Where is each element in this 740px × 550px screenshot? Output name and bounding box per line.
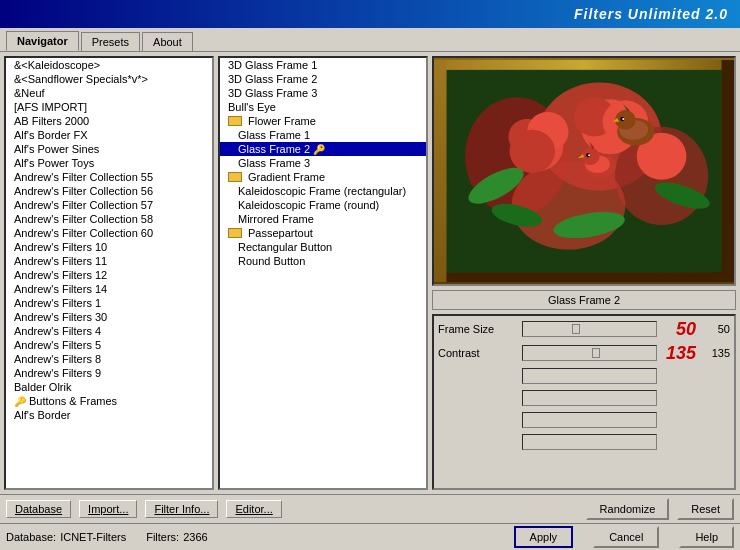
apply-button[interactable]: Apply bbox=[514, 526, 574, 548]
title-bar-text: Filters Unlimited 2.0 bbox=[574, 6, 728, 22]
content-area: &<Kaleidoscope>&<Sandflower Specials*v*>… bbox=[0, 52, 740, 494]
left-list[interactable]: &<Kaleidoscope>&<Sandflower Specials*v*>… bbox=[6, 58, 212, 488]
middle-list-item[interactable]: Round Button bbox=[220, 254, 426, 268]
svg-rect-37 bbox=[434, 58, 734, 60]
param-slider-empty[interactable] bbox=[522, 368, 657, 384]
database-label: Database: bbox=[6, 531, 56, 543]
title-bar: Filters Unlimited 2.0 bbox=[0, 0, 740, 28]
param-slider-empty[interactable] bbox=[522, 434, 657, 450]
filters-value: 2366 bbox=[183, 531, 207, 543]
param-value-normal: 50 bbox=[700, 323, 730, 335]
left-list-item[interactable]: Andrew's Filters 8 bbox=[6, 352, 212, 366]
svg-rect-36 bbox=[722, 58, 734, 284]
cancel-button[interactable]: Cancel bbox=[593, 526, 659, 548]
svg-rect-35 bbox=[434, 58, 446, 284]
middle-list-item[interactable]: Gradient Frame bbox=[220, 170, 426, 184]
left-list-item[interactable]: Andrew's Filters 9 bbox=[6, 366, 212, 380]
main-container: Navigator Presets About &<Kaleidoscope>&… bbox=[0, 28, 740, 550]
middle-panel[interactable]: 3D Glass Frame 13D Glass Frame 23D Glass… bbox=[218, 56, 428, 490]
help-button[interactable]: Help bbox=[679, 526, 734, 548]
left-list-item[interactable]: Balder Olrik bbox=[6, 380, 212, 394]
middle-list-item[interactable]: 3D Glass Frame 1 bbox=[220, 58, 426, 72]
left-list-item[interactable]: &<Kaleidoscope> bbox=[6, 58, 212, 72]
left-list-item[interactable]: Alf's Border FX bbox=[6, 128, 212, 142]
param-row-empty bbox=[438, 434, 730, 450]
left-list-item[interactable]: Alf's Power Sines bbox=[6, 142, 212, 156]
param-slider[interactable] bbox=[522, 321, 657, 337]
param-row: Contrast 135 135 bbox=[438, 344, 730, 362]
param-label: Frame Size bbox=[438, 323, 518, 335]
left-panel: &<Kaleidoscope>&<Sandflower Specials*v*>… bbox=[4, 56, 214, 490]
param-value-red: 135 bbox=[661, 344, 696, 362]
middle-list-item[interactable]: Glass Frame 3 bbox=[220, 156, 426, 170]
left-list-item[interactable]: Andrew's Filters 14 bbox=[6, 282, 212, 296]
param-value-red: 50 bbox=[661, 320, 696, 338]
reset-button[interactable]: Reset bbox=[677, 498, 734, 520]
left-list-item[interactable]: Andrew's Filters 1 bbox=[6, 296, 212, 310]
filters-label: Filters: bbox=[146, 531, 179, 543]
svg-rect-38 bbox=[434, 282, 734, 284]
middle-list-item[interactable]: Glass Frame 1 bbox=[220, 128, 426, 142]
middle-list-item[interactable]: 3D Glass Frame 3 bbox=[220, 86, 426, 100]
database-button[interactable]: Database bbox=[6, 500, 71, 518]
svg-point-32 bbox=[588, 154, 590, 156]
filter-info-button[interactable]: Filter Info... bbox=[145, 500, 218, 518]
left-list-item[interactable]: Andrew's Filter Collection 58 bbox=[6, 212, 212, 226]
import-button[interactable]: Import... bbox=[79, 500, 137, 518]
param-label: Contrast bbox=[438, 347, 518, 359]
svg-point-25 bbox=[622, 118, 624, 120]
svg-point-28 bbox=[581, 147, 600, 165]
middle-list-item[interactable]: 3D Glass Frame 2 bbox=[220, 72, 426, 86]
param-row-empty bbox=[438, 390, 730, 406]
middle-list-item[interactable]: Glass Frame 2 🔑 bbox=[220, 142, 426, 156]
params-panel: Frame Size 50 50 Contrast 135 135 bbox=[432, 314, 736, 490]
middle-list-item[interactable]: Kaleidoscopic Frame (round) bbox=[220, 198, 426, 212]
middle-list-item[interactable]: Rectangular Button bbox=[220, 240, 426, 254]
tab-presets[interactable]: Presets bbox=[81, 32, 140, 51]
left-list-item[interactable]: Andrew's Filters 5 bbox=[6, 338, 212, 352]
left-list-item[interactable]: Andrew's Filters 12 bbox=[6, 268, 212, 282]
right-panel: Glass Frame 2 Frame Size 50 50 Contrast … bbox=[432, 56, 736, 490]
middle-list-item[interactable]: Passepartout bbox=[220, 226, 426, 240]
param-slider-empty[interactable] bbox=[522, 412, 657, 428]
left-list-item[interactable]: Andrew's Filters 11 bbox=[6, 254, 212, 268]
left-list-item[interactable]: 🔑 Buttons & Frames bbox=[6, 394, 212, 408]
param-slider[interactable] bbox=[522, 345, 657, 361]
left-list-item[interactable]: [AFS IMPORT] bbox=[6, 100, 212, 114]
tab-navigator[interactable]: Navigator bbox=[6, 31, 79, 51]
left-list-item[interactable]: Andrew's Filter Collection 57 bbox=[6, 198, 212, 212]
left-list-item[interactable]: Andrew's Filters 30 bbox=[6, 310, 212, 324]
status-bar: Database: ICNET-Filters Filters: 2366 Ap… bbox=[0, 523, 740, 550]
param-value-normal: 135 bbox=[700, 347, 730, 359]
left-list-item[interactable]: Andrew's Filter Collection 55 bbox=[6, 170, 212, 184]
left-list-item[interactable]: AB Filters 2000 bbox=[6, 114, 212, 128]
editor-button[interactable]: Editor... bbox=[226, 500, 281, 518]
param-slider-empty[interactable] bbox=[522, 390, 657, 406]
svg-point-10 bbox=[510, 130, 556, 173]
middle-list-item[interactable]: Kaleidoscopic Frame (rectangular) bbox=[220, 184, 426, 198]
randomize-button[interactable]: Randomize bbox=[586, 498, 670, 520]
param-row-empty bbox=[438, 368, 730, 384]
database-value: ICNET-Filters bbox=[60, 531, 126, 543]
middle-list-item[interactable]: Flower Frame bbox=[220, 114, 426, 128]
preview-label: Glass Frame 2 bbox=[432, 290, 736, 310]
tab-about[interactable]: About bbox=[142, 32, 193, 51]
preview-image bbox=[432, 56, 736, 286]
left-list-item[interactable]: &Neuf bbox=[6, 86, 212, 100]
left-list-item[interactable]: Andrew's Filters 10 bbox=[6, 240, 212, 254]
middle-list-item[interactable]: Mirrored Frame bbox=[220, 212, 426, 226]
bottom-toolbar: Database Import... Filter Info... Editor… bbox=[0, 494, 740, 523]
param-row-empty bbox=[438, 412, 730, 428]
left-list-item[interactable]: Andrew's Filter Collection 56 bbox=[6, 184, 212, 198]
left-list-item[interactable]: Alf's Border bbox=[6, 408, 212, 422]
middle-list-item[interactable]: Bull's Eye bbox=[220, 100, 426, 114]
left-list-item[interactable]: Alf's Power Toys bbox=[6, 156, 212, 170]
left-list-item[interactable]: &<Sandflower Specials*v*> bbox=[6, 72, 212, 86]
left-list-item[interactable]: Andrew's Filters 4 bbox=[6, 324, 212, 338]
left-list-item[interactable]: Andrew's Filter Collection 60 bbox=[6, 226, 212, 240]
svg-point-21 bbox=[615, 110, 636, 130]
tabs-row: Navigator Presets About bbox=[0, 28, 740, 52]
param-row: Frame Size 50 50 bbox=[438, 320, 730, 338]
